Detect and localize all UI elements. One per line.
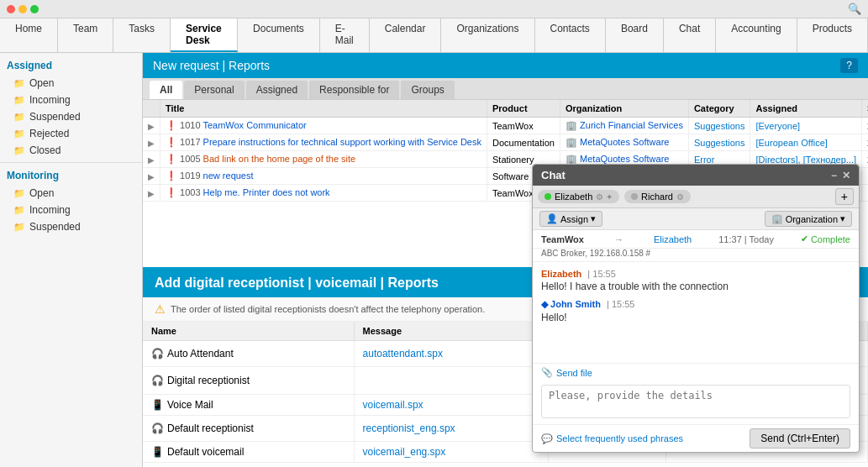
sidebar-item-suspended[interactable]: 📁 Suspended	[0, 108, 142, 125]
add-receptionist-link[interactable]: Add digital receptionist	[155, 275, 304, 290]
expand-icon[interactable]: ▶	[148, 172, 155, 181]
chat-bottom-bar: 💬 Select frequently used phrases Send (C…	[533, 424, 859, 452]
col-category[interactable]: Category	[688, 100, 750, 118]
chat-from: TeamWox	[541, 234, 584, 244]
tab-board[interactable]: Board	[606, 18, 664, 52]
org-icon: 🏢	[771, 213, 783, 224]
tab-home[interactable]: Home	[0, 18, 58, 52]
org-link[interactable]: MetaQuotes Software	[580, 154, 669, 164]
sidebar-item-closed[interactable]: 📁 Closed	[0, 142, 142, 159]
assign-button[interactable]: 👤 Assign ▾	[539, 211, 602, 227]
org-link[interactable]: MetaQuotes Software	[580, 137, 669, 147]
chat-complete[interactable]: ✔ Complete	[801, 234, 850, 244]
ticket-link[interactable]: new request	[203, 171, 254, 181]
organization-button[interactable]: 🏢 Organization ▾	[765, 211, 852, 227]
close-button[interactable]: ✕	[842, 170, 850, 181]
col-product[interactable]: Product	[487, 100, 560, 118]
minimize-button[interactable]: −	[831, 170, 837, 181]
sub-tab-personal[interactable]: Personal	[184, 81, 244, 99]
category-link[interactable]: Suggestions	[694, 121, 745, 131]
tab-products[interactable]: Products	[797, 18, 868, 52]
user-pill-richard[interactable]: Richard ⚙	[624, 190, 691, 203]
complete-label: Complete	[811, 234, 850, 244]
col-title[interactable]: Title	[160, 100, 487, 118]
ticket-link[interactable]: Prepare instructions for technical suppo…	[203, 137, 481, 147]
ticket-link[interactable]: TeamWox Communicator	[203, 120, 306, 130]
msg-text-1: Hello! I have a trouble with the connect…	[541, 281, 850, 292]
col-org[interactable]: Organization	[560, 100, 688, 118]
message-link[interactable]: receptionist_eng.spx	[363, 422, 455, 434]
sub-tab-groups[interactable]: Groups	[401, 81, 454, 99]
org-link[interactable]: Zurich Financial Services	[580, 120, 683, 130]
expand-icon[interactable]: ▶	[148, 139, 155, 148]
folder-icon: 📁	[13, 112, 25, 123]
chat-input[interactable]	[541, 385, 850, 418]
tab-calendar[interactable]: Calendar	[370, 18, 442, 52]
expand-icon[interactable]: ▶	[148, 189, 155, 198]
folder-icon: 📁	[13, 95, 25, 106]
send-button[interactable]: Send (Ctrl+Enter)	[750, 428, 850, 449]
sidebar-item-incoming[interactable]: 📁 Incoming	[0, 92, 142, 108]
sub-tab-all[interactable]: All	[150, 81, 182, 99]
category-link[interactable]: Suggestions	[694, 138, 745, 148]
user-pill-elizabeth[interactable]: Elizabeth ⚙ ✦	[538, 190, 619, 203]
message-link[interactable]: voicemail.spx	[363, 399, 423, 411]
sidebar-item-rejected[interactable]: 📁 Rejected	[0, 125, 142, 142]
tab-contacts[interactable]: Contacts	[535, 18, 606, 52]
tab-email[interactable]: E-Mail	[320, 18, 370, 52]
ticket-link[interactable]: Bad link on the home page of the site	[203, 154, 356, 164]
phrases-link[interactable]: 💬 Select frequently used phrases	[541, 433, 683, 444]
tab-servicedesk[interactable]: Service Desk	[171, 18, 238, 52]
message-link[interactable]: autoattendant.spx	[363, 348, 443, 359]
search-icon[interactable]: 🔍	[848, 3, 861, 15]
sidebar: Assigned 📁 Open 📁 Incoming 📁 Suspended 📁…	[0, 53, 143, 467]
paperclip-icon: 📎	[541, 367, 553, 378]
sidebar-section-assigned: Assigned	[0, 56, 142, 75]
sidebar-monitor-open[interactable]: 📁 Open	[0, 185, 142, 202]
add-user-button[interactable]: +	[835, 188, 854, 205]
assigned-link[interactable]: [Everyone]	[755, 121, 800, 131]
tab-accounting[interactable]: Accounting	[716, 18, 797, 52]
chat-messages: Elizabeth | 15:55 Hello! I have a troubl…	[533, 262, 859, 363]
sidebar-monitor-incoming[interactable]: 📁 Incoming	[0, 202, 142, 218]
tab-team[interactable]: Team	[58, 18, 113, 52]
sidebar-item-open[interactable]: 📁 Open	[0, 75, 142, 92]
category-link[interactable]: Error	[694, 155, 714, 165]
assigned-link[interactable]: [Directors], [Технодер...]	[755, 155, 856, 165]
col-start[interactable]: Start	[862, 100, 868, 118]
product-cell: TeamWox	[487, 118, 560, 134]
col-expand	[143, 100, 160, 118]
sidebar-divider	[0, 162, 142, 163]
expand-icon[interactable]: ▶	[148, 155, 155, 165]
send-file-link[interactable]: 📎 Send file	[541, 367, 850, 378]
tel-reports-link[interactable]: Reports	[387, 275, 438, 290]
tab-documents[interactable]: Documents	[238, 18, 320, 52]
sub-tab-responsible[interactable]: Responsible for	[309, 81, 399, 99]
voicemail-link[interactable]: voicemail	[315, 275, 376, 290]
sub-tab-assigned[interactable]: Assigned	[246, 81, 308, 99]
message-link[interactable]: voicemail_eng.spx	[363, 446, 446, 458]
help-button[interactable]: ?	[840, 58, 858, 73]
top-bar: 🔍	[0, 0, 868, 18]
chat-agent-link[interactable]: Elizabeth	[654, 234, 692, 244]
tab-chat[interactable]: Chat	[664, 18, 716, 52]
ticket-link[interactable]: Help me. Printer does not work	[203, 187, 330, 197]
sidebar-monitor-suspended[interactable]: 📁 Suspended	[0, 218, 142, 235]
reports-link[interactable]: Reports	[229, 59, 270, 72]
minimize-dot[interactable]	[18, 5, 27, 13]
user-status-offline	[631, 193, 638, 200]
chat-titlebar-buttons: − ✕	[831, 170, 850, 181]
msg-time-2: | 15:55	[607, 299, 634, 309]
tab-tasks[interactable]: Tasks	[113, 18, 171, 52]
assigned-link[interactable]: [European Office]	[755, 138, 827, 148]
tab-organizations[interactable]: Organizations	[441, 18, 534, 52]
col-assigned[interactable]: Assigned	[750, 100, 862, 118]
maximize-dot[interactable]	[30, 5, 39, 13]
assign-label: Assign	[560, 214, 588, 224]
org-arrow-icon: ▾	[840, 213, 845, 224]
expand-icon[interactable]: ▶	[148, 122, 155, 131]
new-request-label[interactable]: New request	[153, 59, 219, 72]
table-row: ▶ ❗ 1010 TeamWox Communicator TeamWox 🏢 …	[143, 118, 868, 134]
chat-users-bar: Elizabeth ⚙ ✦ Richard ⚙ +	[533, 186, 859, 208]
close-dot[interactable]	[7, 5, 15, 13]
